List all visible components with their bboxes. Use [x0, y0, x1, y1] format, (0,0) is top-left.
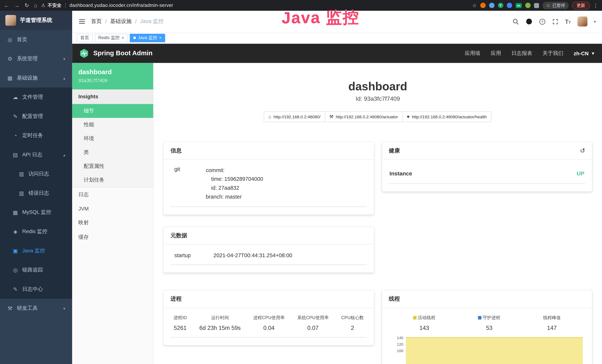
- app-logo[interactable]: 芋道管理系统: [0, 11, 72, 30]
- sidebar-item-home[interactable]: ◎ 首页: [0, 30, 72, 49]
- fullscreen-icon[interactable]: [552, 18, 559, 25]
- sba-item-environment[interactable]: 环境: [72, 132, 153, 146]
- reload-icon[interactable]: ↻: [25, 2, 29, 8]
- forward-icon[interactable]: →: [14, 2, 20, 8]
- sidebar-item-config[interactable]: ✎ 配置管理: [0, 107, 72, 126]
- instance-links: ⌂ http://192.168.0.2:48080/ ⚒ http://192…: [153, 111, 602, 122]
- font-size-icon[interactable]: TT: [565, 18, 571, 25]
- sba-item-metrics[interactable]: 性能: [72, 118, 153, 132]
- monitor-icon: ▦: [7, 75, 13, 81]
- divider: [65, 3, 66, 8]
- extension-icon[interactable]: [480, 3, 485, 8]
- actuator-url-link[interactable]: ⚒ http://192.168.0.2:48080/actuator: [325, 111, 402, 122]
- health-url-link[interactable]: ♥ http://192.168.0.2:48080/actuator/heal…: [402, 111, 491, 122]
- paused-badge[interactable]: ☺ 已暂停: [542, 2, 569, 9]
- sidebar-item-job[interactable]: ◔ 定时任务: [0, 126, 72, 145]
- extension-icon[interactable]: Y: [498, 3, 503, 8]
- sidebar-submenu-infra: ☁ 文件管理 ✎ 配置管理 ◔ 定时任务 ▤ API 日志 ▴ ▥: [0, 87, 72, 299]
- sidebar-item-file[interactable]: ☁ 文件管理: [0, 87, 72, 107]
- security-indicator[interactable]: ⚠ 不安全: [41, 2, 61, 9]
- active-dot: [133, 37, 136, 39]
- sba-item-mappings[interactable]: 映射: [72, 215, 153, 230]
- sba-nav-about[interactable]: 关于我们: [542, 50, 563, 57]
- tab-home[interactable]: 首页: [77, 33, 93, 42]
- breadcrumb-infra[interactable]: 基础设施: [110, 18, 132, 25]
- tags-bar: 首页 Redis 监控 × Java 监控 ×: [72, 32, 602, 44]
- sidebar-item-redis[interactable]: ◈ Redis 监控: [0, 222, 72, 241]
- history-icon[interactable]: ↺: [580, 147, 585, 154]
- chevron-down-icon: ▼: [591, 51, 595, 56]
- warning-icon: ⚠: [41, 3, 45, 8]
- close-icon[interactable]: ×: [159, 36, 161, 40]
- sba-item-configprops[interactable]: 配置属性: [72, 159, 153, 173]
- back-icon[interactable]: ←: [4, 2, 9, 8]
- sidebar-item-log-center[interactable]: ✎ 日志中心: [0, 280, 72, 299]
- sba-brand[interactable]: Spring Boot Admin: [79, 48, 153, 58]
- chevron-down-icon: ▾: [64, 306, 65, 310]
- sba-nav-wallboard[interactable]: 应用墙: [465, 50, 480, 57]
- close-icon[interactable]: ×: [122, 36, 124, 40]
- hamburger-icon[interactable]: [78, 18, 86, 25]
- locale-select[interactable]: zh-CN ▼: [574, 50, 595, 56]
- extension-icon[interactable]: [489, 3, 494, 8]
- sidebar-item-devtools[interactable]: ⚒ 研发工具 ▾: [0, 299, 72, 318]
- extension-on-icon[interactable]: on: [516, 3, 522, 8]
- sba-item-jvm[interactable]: JVM: [72, 202, 153, 215]
- home-icon[interactable]: ⌂: [34, 2, 37, 8]
- process-col-cores: CPU核心数 2: [341, 315, 364, 331]
- sidebar-item-system[interactable]: ⚙ 系统管理 ▾: [0, 49, 72, 68]
- tab-java[interactable]: Java 监控 ×: [130, 33, 165, 42]
- y-tick: 140: [392, 336, 403, 340]
- app-title: 芋道管理系统: [20, 17, 52, 24]
- help-icon[interactable]: ?: [539, 18, 546, 25]
- sidebar-item-mysql[interactable]: ▦ MySQL 监控: [0, 203, 72, 222]
- chevron-up-icon: ▴: [64, 153, 65, 157]
- threads-legend: 活动线程 143 守护进程 53 线程峰值 14: [389, 313, 585, 332]
- extensions-puzzle-icon[interactable]: [534, 3, 539, 8]
- service-url-link[interactable]: ⌂ http://192.168.0.2:48080/: [264, 111, 325, 122]
- chevron-down-icon: ▾: [64, 57, 65, 61]
- insights-section-label: Insights: [72, 89, 153, 104]
- screenshot-viewport: ← → ↻ ⌂ ⚠ 不安全 dashboard.yudao.iocoder.cn…: [0, 0, 602, 364]
- tools-icon: ⚒: [7, 305, 13, 311]
- extension-icon[interactable]: [525, 3, 530, 8]
- sba-item-logs[interactable]: 日志: [72, 187, 153, 202]
- update-button[interactable]: 更新: [572, 1, 590, 9]
- sidebar-item-infra[interactable]: ▦ 基础设施 ▴: [0, 68, 72, 88]
- breadcrumb-current: Java 监控: [140, 18, 163, 25]
- breadcrumb: 首页 / 基础设施 / Java 监控: [91, 18, 164, 25]
- sidebar-item-api-log[interactable]: ▤ API 日志 ▴: [0, 145, 72, 164]
- log-center-icon: ✎: [12, 286, 18, 292]
- sidebar-item-error-log[interactable]: ▥ 错误日志: [0, 183, 72, 203]
- doc-icon: ▥: [18, 190, 24, 196]
- chevron-down-icon[interactable]: ▾: [594, 20, 596, 24]
- instance-header[interactable]: dashboard 93a3fc7f7409: [72, 63, 153, 90]
- sba-nav-applications[interactable]: 应用: [491, 50, 501, 57]
- status-badge: UP: [577, 171, 584, 177]
- sba-item-details[interactable]: 细节: [72, 104, 153, 118]
- threads-chart: 140 120 100: [389, 336, 585, 364]
- sidebar-item-access-log[interactable]: ▥ 访问日志: [0, 164, 72, 183]
- search-icon[interactable]: [512, 18, 519, 25]
- y-tick: 100: [392, 349, 403, 353]
- legend-peak-threads: 线程峰值 147: [543, 315, 561, 331]
- bookmark-star-icon[interactable]: ☆: [472, 2, 477, 8]
- heart-icon: ♥: [407, 114, 409, 119]
- sba-logo-icon: [79, 48, 89, 58]
- breadcrumb-home[interactable]: 首页: [91, 18, 102, 25]
- browser-menu-icon[interactable]: ⋮: [593, 2, 598, 8]
- address-bar[interactable]: dashboard.yudao.iocoder.cn/infra/admin-s…: [70, 3, 173, 8]
- github-icon[interactable]: [526, 18, 532, 25]
- user-avatar[interactable]: [577, 17, 587, 27]
- sba-item-scheduled-tasks[interactable]: 计划任务: [72, 173, 153, 187]
- metadata-row-value: 2021-04-27T00:44:31.254+08:00: [213, 252, 292, 258]
- sba-item-caches[interactable]: 缓存: [72, 230, 153, 245]
- sidebar-item-java-monitor[interactable]: ▣ Java 监控: [0, 241, 72, 260]
- sba-nav-journal[interactable]: 日志报表: [512, 50, 532, 57]
- process-col-pid: 进程ID 5261: [173, 315, 187, 331]
- sba-item-classes[interactable]: 类: [72, 146, 153, 160]
- health-row[interactable]: Instance UP: [389, 164, 585, 184]
- tab-redis[interactable]: Redis 监控 ×: [95, 33, 127, 42]
- extension-icon[interactable]: [507, 3, 512, 8]
- sidebar-item-tracing[interactable]: ◎ 链路追踪: [0, 260, 72, 280]
